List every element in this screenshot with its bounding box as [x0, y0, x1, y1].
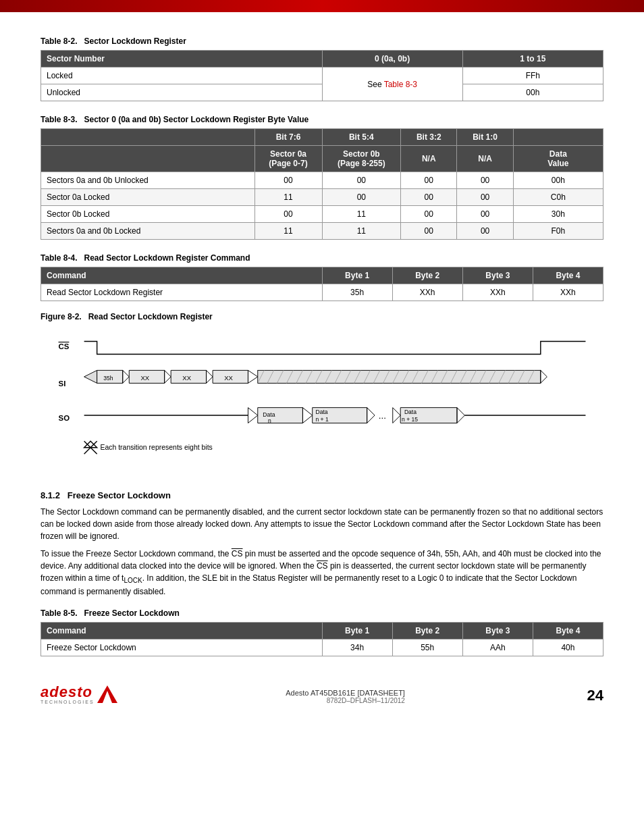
section812-para2: To issue the Freeze Sector Lockdown comm…	[41, 548, 603, 598]
table83-label: Table 8-3. Sector 0 (0a and 0b) Sector L…	[41, 115, 603, 124]
si-xx1-label: XX	[140, 374, 149, 382]
table83-r1c6: 00h	[513, 172, 603, 189]
legend-x	[84, 441, 97, 448]
so-trans4	[393, 408, 400, 423]
si-xx2-label: XX	[182, 374, 191, 382]
so-datan15-n15: n + 15	[402, 416, 418, 423]
waveform-svg: CS SI 35h XX XX XX	[41, 335, 603, 470]
table82-r2c3: 00h	[462, 84, 603, 101]
table84-r1c2: 35h	[322, 284, 392, 301]
table82-r1c2: See Table 8-3	[322, 68, 462, 101]
table83-r1c1: Sectors 0a and 0b Unlocked	[41, 172, 255, 189]
table83-r1c3: 00	[322, 172, 401, 189]
table84-r1c5: XXh	[533, 284, 603, 301]
table85-h4: Byte 3	[462, 623, 533, 640]
table84-r1c4: XXh	[462, 284, 533, 301]
table83-link[interactable]: Table 8-3	[384, 80, 417, 89]
table83-header2: Sector 0a(Page 0-7) Sector 0b(Page 8-255…	[41, 146, 603, 172]
table83-r4c5: 00	[457, 223, 513, 240]
table82-r1c3: FFh	[462, 68, 603, 84]
t-lock-sub: LOCK	[124, 577, 142, 584]
footer-logo-area: adesto TECHNOLOGIES	[41, 683, 117, 704]
si-hatch1	[84, 370, 97, 383]
table83-r4c1: Sectors 0a and 0b Locked	[41, 223, 255, 240]
si-trans1	[123, 370, 130, 383]
table83-h1-c5: Bit 1:0	[457, 129, 513, 146]
table83-row1: Sectors 0a and 0b Unlocked 00 00 00 00 0…	[41, 172, 603, 189]
table83-r4c4: 00	[401, 223, 457, 240]
table83-h1-c4: Bit 3:2	[401, 129, 457, 146]
si-end-trans	[541, 370, 547, 383]
table83: Bit 7:6 Bit 5:4 Bit 3:2 Bit 1:0 Sector 0…	[41, 128, 603, 240]
so-trans3	[367, 408, 375, 423]
logo-subtext: TECHNOLOGIES	[41, 700, 95, 704]
table85-r1c3: 55h	[392, 640, 462, 656]
cs-overline2: CS	[317, 561, 328, 571]
table83-r4c6: F0h	[513, 223, 603, 240]
logo-svg	[97, 684, 117, 704]
footer-doc-ref: 8782D–DFLASH–11/2012	[286, 697, 405, 704]
cs-label: CS	[59, 342, 70, 350]
table83-r3c5: 00	[457, 206, 513, 223]
so-datan1-n1: n + 1	[315, 416, 329, 423]
logo-text: adesto	[41, 683, 92, 701]
so-datan-label: Data	[263, 411, 275, 418]
table83-header1: Bit 7:6 Bit 5:4 Bit 3:2 Bit 1:0	[41, 129, 603, 146]
table84-row1: Read Sector Lockdown Register 35h XXh XX…	[41, 284, 603, 301]
si-trans3	[207, 370, 213, 383]
table82-r1c1: Locked	[41, 68, 323, 84]
table83-r1c5: 00	[457, 172, 513, 189]
footer-info: Adesto AT45DB161E [DATASHEET] 8782D–DFLA…	[286, 689, 405, 704]
si-label: SI	[59, 380, 66, 388]
table85-h1: Command	[41, 623, 323, 640]
table84-label: Table 8-4. Read Sector Lockdown Register…	[41, 253, 603, 263]
so-dots: ...	[379, 411, 386, 421]
legend-symbol	[84, 441, 97, 448]
table83-h1-c1	[41, 129, 255, 146]
section812-para1: The Sector Lockdown command can be perma…	[41, 506, 603, 542]
so-datan15-label: Data	[404, 409, 417, 415]
so-datan-n: n	[268, 417, 271, 424]
table84-h4: Byte 3	[462, 267, 533, 284]
table82: Sector Number 0 (0a, 0b) 1 to 15 Locked …	[41, 50, 603, 101]
section812-title: 8.1.2 Freeze Sector Lockdown	[41, 490, 603, 500]
table83-r2c3: 00	[322, 189, 401, 206]
table84-r1c3: XXh	[392, 284, 462, 301]
legend-text: Each transition represents eight bits	[100, 444, 212, 451]
table84-header: Command Byte 1 Byte 2 Byte 3 Byte 4	[41, 267, 603, 284]
table85-r1c4: AAh	[462, 640, 533, 656]
table85-label: Table 8-5. Freeze Sector Lockdown	[41, 608, 603, 618]
si-35h-label: 35h	[103, 375, 113, 382]
table84-h1: Command	[41, 267, 323, 284]
logo-mark	[97, 684, 117, 704]
table83-h2-c6: DataValue	[513, 146, 603, 172]
figure82-label: Figure 8-2. Read Sector Lockdown Registe…	[41, 312, 603, 321]
logo-text-row: adesto	[41, 683, 92, 701]
table83-r2c1: Sector 0a Locked	[41, 189, 255, 206]
table83-r2c4: 00	[401, 189, 457, 206]
table83-row2: Sector 0a Locked 11 00 00 00 C0h	[41, 189, 603, 206]
table83-r3c3: 11	[322, 206, 401, 223]
table83-h1-c3: Bit 5:4	[322, 129, 401, 146]
footer-doc-title: Adesto AT45DB161E [DATASHEET]	[286, 689, 405, 697]
table84-h2: Byte 1	[322, 267, 392, 284]
table83-r3c4: 00	[401, 206, 457, 223]
table82-header-row: Sector Number 0 (0a, 0b) 1 to 15	[41, 51, 603, 68]
table85-header: Command Byte 1 Byte 2 Byte 3 Byte 4	[41, 623, 603, 640]
table83-row3: Sector 0b Locked 00 11 00 00 30h	[41, 206, 603, 223]
table84-r1c1: Read Sector Lockdown Register	[41, 284, 323, 301]
table85: Command Byte 1 Byte 2 Byte 3 Byte 4 Free…	[41, 622, 603, 656]
so-trans2	[302, 408, 312, 423]
table82-row1: Locked See Table 8-3 FFh	[41, 68, 603, 84]
so-datan1-label: Data	[315, 409, 327, 415]
table82-r2c1: Unlocked	[41, 84, 323, 101]
table82-col1-header: Sector Number	[41, 51, 323, 68]
table83-r2c2: 11	[254, 189, 322, 206]
table84-h3: Byte 2	[392, 267, 462, 284]
table84-h5: Byte 4	[533, 267, 603, 284]
table82-col3-header: 1 to 15	[462, 51, 603, 68]
so-trans5	[457, 408, 464, 423]
table83-h2-c5: N/A	[457, 146, 513, 172]
table83-h1-c2: Bit 7:6	[254, 129, 322, 146]
top-bar	[0, 0, 644, 12]
